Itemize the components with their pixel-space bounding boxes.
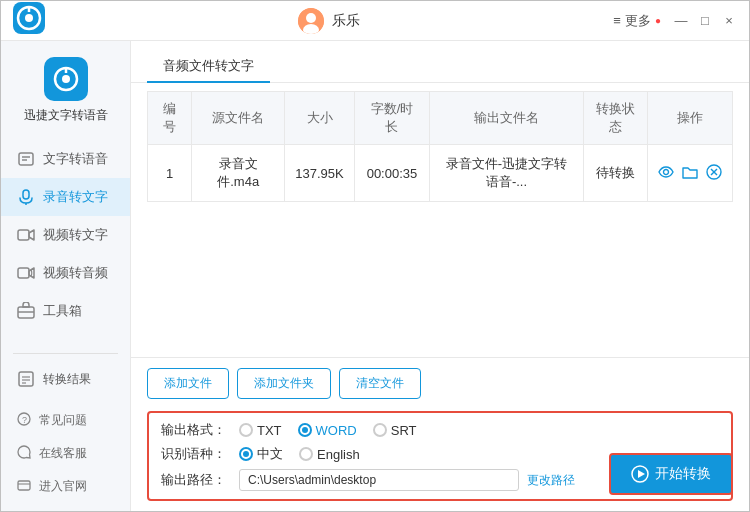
- menu-icon: ≡: [613, 13, 621, 28]
- video-to-audio-icon: [17, 264, 35, 282]
- sidebar-bottom-faq[interactable]: ? 常见问题: [1, 404, 130, 437]
- format-srt[interactable]: SRT: [373, 423, 417, 438]
- sidebar-item-video-to-audio[interactable]: 视频转音频: [1, 254, 130, 292]
- text-to-speech-icon: [17, 150, 35, 168]
- close-button[interactable]: ×: [721, 13, 737, 29]
- svg-rect-14: [18, 230, 29, 240]
- app-window: 乐乐 ≡ 更多 ● — □ ×: [0, 0, 750, 512]
- col-header-output: 输出文件名: [430, 92, 583, 145]
- svg-rect-24: [18, 481, 30, 490]
- content-inner: 音频文件转文字 编号 源文件名 大小 字数/时长 输出文件名 转换状态: [131, 41, 749, 511]
- support-icon: [17, 445, 31, 462]
- svg-point-7: [62, 75, 70, 83]
- sidebar-item-convert-result[interactable]: 转换结果: [1, 362, 130, 396]
- format-word[interactable]: WORD: [298, 423, 357, 438]
- lang-english-label: English: [317, 447, 360, 462]
- lang-english-radio[interactable]: [299, 447, 313, 461]
- sidebar-item-toolbox-label: 工具箱: [43, 302, 82, 320]
- col-header-source: 源文件名: [192, 92, 285, 145]
- lang-chinese[interactable]: 中文: [239, 445, 283, 463]
- path-input[interactable]: [239, 469, 519, 491]
- sidebar-bottom: ? 常见问题 在线客服: [1, 396, 130, 511]
- format-label: 输出格式：: [161, 421, 231, 439]
- sidebar-item-video-to-text[interactable]: 视频转文字: [1, 216, 130, 254]
- cell-source-name: 录音文件.m4a: [192, 145, 285, 202]
- title-bar-right: ≡ 更多 ● — □ ×: [613, 12, 737, 30]
- format-word-label: WORD: [316, 423, 357, 438]
- toolbox-icon: [17, 302, 35, 320]
- svg-point-1: [25, 14, 33, 22]
- menu-dot: ●: [655, 15, 661, 26]
- brand-name: 迅捷文字转语音: [1, 107, 130, 124]
- svg-rect-15: [18, 268, 29, 278]
- clear-files-button[interactable]: 清空文件: [339, 368, 421, 399]
- cell-duration: 00:00:35: [354, 145, 430, 202]
- format-txt-radio[interactable]: [239, 423, 253, 437]
- svg-text:?: ?: [22, 415, 27, 425]
- folder-action-button[interactable]: [682, 164, 698, 183]
- format-srt-radio[interactable]: [373, 423, 387, 437]
- brand-logo: [44, 57, 88, 101]
- lang-label: 识别语种：: [161, 445, 231, 463]
- col-header-actions: 操作: [647, 92, 732, 145]
- start-btn-label: 开始转换: [655, 465, 711, 483]
- svg-point-4: [306, 13, 316, 23]
- avatar: [298, 8, 324, 34]
- cell-output-name: 录音文件-迅捷文字转语音-...: [430, 145, 583, 202]
- sidebar-item-video-to-audio-label: 视频转音频: [43, 264, 108, 282]
- format-word-radio[interactable]: [298, 423, 312, 437]
- file-buttons: 添加文件 添加文件夹 清空文件: [147, 368, 733, 399]
- view-action-button[interactable]: [658, 164, 674, 183]
- svg-rect-18: [19, 372, 33, 386]
- action-icons: [658, 164, 722, 183]
- sidebar-item-text-to-speech[interactable]: 文字转语音: [1, 140, 130, 178]
- menu-more-button[interactable]: ≡ 更多 ●: [613, 12, 661, 30]
- format-txt-label: TXT: [257, 423, 282, 438]
- lang-chinese-label: 中文: [257, 445, 283, 463]
- sidebar-divider: [13, 353, 118, 354]
- sidebar: 迅捷文字转语音 文字转语音: [1, 41, 131, 511]
- lang-radio-group: 中文 English: [239, 445, 360, 463]
- change-path-button[interactable]: 更改路径: [527, 472, 575, 489]
- delete-action-button[interactable]: [706, 164, 722, 183]
- lang-english[interactable]: English: [299, 447, 360, 462]
- svg-point-26: [663, 169, 668, 174]
- add-file-button[interactable]: 添加文件: [147, 368, 229, 399]
- col-header-status: 转换状态: [583, 92, 647, 145]
- maximize-button[interactable]: □: [697, 13, 713, 29]
- cell-size: 137.95K: [285, 145, 354, 202]
- sidebar-item-toolbox[interactable]: 工具箱: [1, 292, 130, 330]
- format-srt-label: SRT: [391, 423, 417, 438]
- table-container: 编号 源文件名 大小 字数/时长 输出文件名 转换状态 操作 1: [131, 83, 749, 357]
- col-header-duration: 字数/时长: [354, 92, 430, 145]
- start-convert-button[interactable]: 开始转换: [609, 453, 733, 495]
- sidebar-item-text-to-speech-label: 文字转语音: [43, 150, 108, 168]
- sidebar-item-recording-to-text[interactable]: 录音转文字: [1, 178, 130, 216]
- lang-chinese-radio[interactable]: [239, 447, 253, 461]
- data-table: 编号 源文件名 大小 字数/时长 输出文件名 转换状态 操作 1: [147, 91, 733, 202]
- window-controls: — □ ×: [673, 13, 737, 29]
- convert-result-icon: [17, 370, 35, 388]
- path-label: 输出路径：: [161, 471, 231, 489]
- format-txt[interactable]: TXT: [239, 423, 282, 438]
- title-center: 乐乐: [45, 8, 613, 34]
- start-btn-container: 开始转换: [609, 453, 733, 495]
- format-row: 输出格式： TXT WORD: [161, 421, 719, 439]
- faq-label: 常见问题: [39, 412, 87, 429]
- col-header-size: 大小: [285, 92, 354, 145]
- app-logo: [13, 2, 45, 34]
- sidebar-bottom-official[interactable]: 进入官网: [1, 470, 130, 503]
- sidebar-menu: 文字转语音 录音转文字: [1, 136, 130, 345]
- user-name: 乐乐: [332, 12, 360, 30]
- content: 音频文件转文字 编号 源文件名 大小 字数/时长 输出文件名 转换状态: [131, 41, 749, 511]
- add-folder-button[interactable]: 添加文件夹: [237, 368, 331, 399]
- official-icon: [17, 478, 31, 495]
- minimize-button[interactable]: —: [673, 13, 689, 29]
- sidebar-item-video-to-text-label: 视频转文字: [43, 226, 108, 244]
- tab-audio-to-text[interactable]: 音频文件转文字: [147, 51, 270, 83]
- col-header-id: 编号: [148, 92, 192, 145]
- cell-actions: [647, 145, 732, 202]
- sidebar-bottom-support[interactable]: 在线客服: [1, 437, 130, 470]
- cell-id: 1: [148, 145, 192, 202]
- recording-to-text-icon: [17, 188, 35, 206]
